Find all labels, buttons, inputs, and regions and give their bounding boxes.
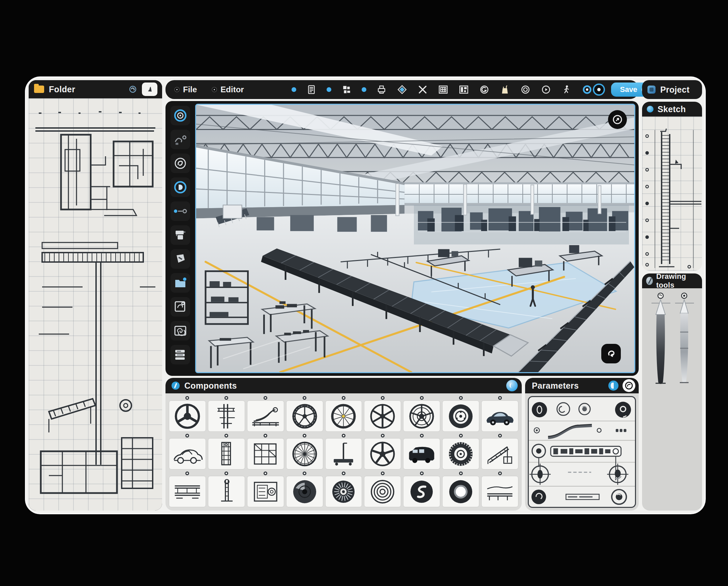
component-handle-dot bbox=[420, 396, 424, 400]
sync-swirl-icon[interactable] bbox=[128, 85, 137, 94]
component-item-conveyor-frame-sketch[interactable] bbox=[481, 434, 518, 470]
component-thumbnail bbox=[169, 476, 206, 507]
components-grid bbox=[166, 393, 522, 511]
component-item-white-center-tire[interactable] bbox=[442, 472, 479, 507]
component-item-alloy-rim[interactable] bbox=[403, 396, 440, 432]
app-window: Folder bbox=[26, 77, 705, 513]
gesture-tool[interactable] bbox=[171, 130, 190, 149]
component-item-wire-spoke-wheel[interactable] bbox=[286, 434, 323, 470]
component-item-five-spoke-wheel[interactable] bbox=[364, 434, 401, 470]
component-handle-dot bbox=[303, 472, 306, 475]
editor-menu[interactable]: Editor bbox=[212, 85, 244, 94]
component-item-chain-sprocket[interactable] bbox=[325, 396, 362, 432]
component-item-steering-wheel[interactable] bbox=[169, 396, 206, 432]
frame-tool[interactable] bbox=[171, 297, 190, 317]
spiral-tool[interactable] bbox=[171, 321, 190, 341]
parameters-sheet[interactable] bbox=[528, 396, 636, 508]
drawing-tools-title: Drawing tools bbox=[656, 273, 698, 290]
component-thumbnail bbox=[364, 400, 401, 432]
component-item-logo-disc[interactable] bbox=[403, 472, 440, 507]
component-item-tire-with-rim[interactable] bbox=[442, 396, 479, 432]
drawing-tools-icon bbox=[646, 277, 653, 285]
parameters-title: Parameters bbox=[532, 381, 579, 391]
components-toggle-button[interactable] bbox=[506, 380, 518, 391]
chisel-tool[interactable] bbox=[171, 249, 190, 269]
component-handle-dot bbox=[498, 396, 502, 400]
component-thumbnail bbox=[208, 400, 245, 432]
component-item-concentric-rings[interactable] bbox=[364, 472, 401, 507]
menu-dot-icon bbox=[212, 87, 217, 92]
draw-d-tool[interactable] bbox=[171, 178, 190, 197]
blue-ring-icon[interactable] bbox=[581, 84, 593, 95]
folder-panel-header: Folder bbox=[29, 80, 162, 98]
layers-tool[interactable] bbox=[171, 345, 190, 365]
component-item-six-spoke-wheel[interactable] bbox=[364, 396, 401, 432]
pencil-tool[interactable] bbox=[652, 293, 670, 384]
pen-tool[interactable] bbox=[675, 293, 694, 383]
layout-icon[interactable] bbox=[458, 84, 470, 95]
main-canvas[interactable] bbox=[195, 104, 635, 373]
measure-dot-tool[interactable] bbox=[171, 202, 190, 221]
component-item-sedan-car[interactable] bbox=[481, 396, 518, 432]
component-item-treaded-tire[interactable] bbox=[442, 434, 479, 470]
grid-frame-icon[interactable] bbox=[437, 84, 449, 95]
component-item-low-rail-sketch[interactable] bbox=[481, 472, 518, 507]
g-badge-icon[interactable] bbox=[479, 84, 490, 95]
component-item-panel-box-sketch[interactable] bbox=[247, 472, 284, 507]
compass-button[interactable] bbox=[608, 110, 627, 129]
folder-panel: Folder bbox=[29, 80, 162, 511]
factory-floor-image bbox=[196, 105, 634, 372]
sketch-header: Sketch bbox=[642, 102, 702, 116]
component-thumbnail bbox=[325, 400, 362, 432]
clamp-tool[interactable] bbox=[171, 225, 190, 245]
toolbar-icon-group bbox=[291, 84, 593, 95]
printer-icon[interactable] bbox=[376, 84, 387, 95]
parameters-panel: Parameters bbox=[525, 378, 639, 511]
folder-blueprint-sketch[interactable] bbox=[29, 98, 162, 511]
component-item-ornate-wheel[interactable] bbox=[325, 472, 362, 507]
edit-nib-button[interactable] bbox=[142, 82, 157, 96]
target-rings-icon[interactable] bbox=[520, 84, 531, 95]
drawing-tools-header: Drawing tools bbox=[642, 273, 702, 288]
project-panel-header[interactable]: Project bbox=[642, 80, 702, 99]
component-item-scaffold-sketch[interactable] bbox=[247, 434, 284, 470]
record-ring-icon[interactable] bbox=[593, 83, 605, 96]
document-icon[interactable] bbox=[306, 84, 317, 95]
component-item-rail-profile-sketch[interactable] bbox=[169, 472, 206, 507]
component-item-minivan[interactable] bbox=[403, 434, 440, 470]
component-handle-dot bbox=[342, 396, 346, 400]
component-item-roller-stand[interactable] bbox=[325, 434, 362, 470]
ring-dot-icon[interactable] bbox=[540, 84, 552, 95]
cut-icon[interactable] bbox=[417, 84, 428, 95]
walking-person-icon[interactable] bbox=[561, 84, 572, 95]
parameters-swirl-button[interactable] bbox=[623, 379, 635, 392]
components-panel: Components bbox=[166, 378, 522, 511]
components-header: Components bbox=[166, 378, 522, 393]
separator-dot bbox=[291, 84, 297, 95]
component-item-car-side-sketch[interactable] bbox=[169, 434, 206, 470]
file-menu[interactable]: File bbox=[174, 85, 197, 94]
component-thumbnail bbox=[364, 438, 401, 470]
blocks-icon[interactable] bbox=[341, 84, 352, 95]
component-handle-dot bbox=[263, 396, 267, 400]
bag-icon[interactable] bbox=[499, 84, 510, 95]
left-tool-strip bbox=[166, 101, 195, 376]
component-thumbnail bbox=[403, 438, 440, 470]
component-item-mount-bracket-sketch[interactable] bbox=[208, 396, 245, 432]
component-item-column-frame-sketch[interactable] bbox=[208, 434, 245, 470]
component-item-conveyor-ramp-sketch[interactable] bbox=[247, 396, 284, 432]
diamond-tool-icon[interactable] bbox=[396, 84, 408, 95]
parameters-dot-icon[interactable] bbox=[608, 380, 619, 391]
component-item-spiked-gear[interactable] bbox=[286, 396, 323, 432]
target-ring-tool[interactable] bbox=[171, 106, 190, 125]
stamp-tool[interactable] bbox=[171, 154, 190, 173]
sketch-preview[interactable] bbox=[642, 116, 702, 271]
rotate-button[interactable] bbox=[601, 344, 621, 364]
component-item-mast-sketch[interactable] bbox=[208, 472, 245, 507]
folder-tool[interactable] bbox=[171, 273, 190, 293]
component-handle-dot bbox=[459, 434, 463, 437]
component-thumbnail bbox=[169, 400, 206, 432]
component-handle-dot bbox=[224, 472, 228, 475]
top-toolbar: File Editor Save bbox=[166, 80, 639, 99]
component-item-dark-hubcap[interactable] bbox=[286, 472, 323, 507]
